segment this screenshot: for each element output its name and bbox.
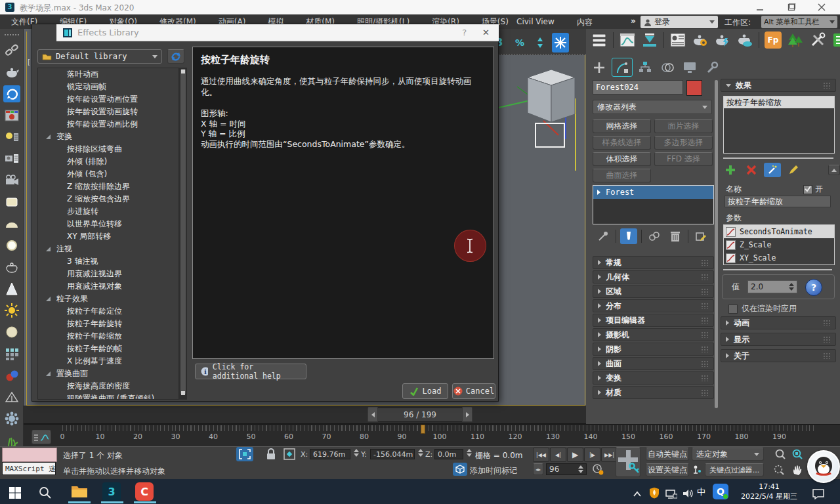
- auto-key-button[interactable]: 自动关键点: [646, 448, 689, 461]
- library-list-item[interactable]: 注视: [38, 243, 178, 255]
- library-list-item[interactable]: 以世界单位转移: [38, 218, 178, 230]
- sub-object-select-button[interactable]: 网格选择: [593, 119, 651, 133]
- list-scrollbar-thumb[interactable]: [180, 69, 186, 394]
- effects-rollout-header[interactable]: 效果: [721, 79, 836, 92]
- library-list-item[interactable]: 外倾 (排除): [38, 156, 178, 168]
- render-cloud-teapot-icon[interactable]: [736, 32, 753, 49]
- group-expand-icon[interactable]: [46, 135, 51, 139]
- library-list-item[interactable]: 用衰减注视边界: [38, 268, 178, 280]
- library-list-item[interactable]: 变换: [38, 131, 178, 143]
- time-slider-track[interactable]: [24, 406, 586, 424]
- key-filters-icon[interactable]: [690, 463, 704, 476]
- start-button[interactable]: [7, 484, 24, 501]
- rollout-header[interactable]: 几何体: [593, 270, 714, 284]
- library-list-item[interactable]: 按年龄设置动画比例: [38, 118, 178, 131]
- sub-object-select-button[interactable]: 体积选择: [593, 152, 651, 166]
- remove-modifier-icon[interactable]: [667, 229, 684, 243]
- params-list[interactable]: SecondsToAnimate Z_Scale XY_Scale: [723, 224, 835, 265]
- selection-filter-dropdown[interactable]: 选定对象: [692, 448, 764, 461]
- sun-light-icon[interactable]: [3, 302, 20, 319]
- refresh-library-button[interactable]: [167, 49, 184, 64]
- taskbar-search-icon[interactable]: [37, 484, 54, 501]
- time-slider-handle[interactable]: 96 / 199: [368, 408, 472, 422]
- sub-object-select-button[interactable]: 曲面选择: [593, 169, 651, 182]
- disc-light-icon[interactable]: [3, 237, 20, 254]
- render-setup-icon[interactable]: [669, 32, 686, 49]
- effects-list-selected-item[interactable]: 按粒子年龄缩放: [724, 96, 834, 108]
- tray-volume-icon[interactable]: [680, 485, 697, 502]
- rollout-header[interactable]: 区域: [593, 285, 714, 298]
- sub-object-select-button[interactable]: 面片选择: [654, 119, 713, 133]
- z-spinner[interactable]: [467, 449, 472, 457]
- delete-effect-button[interactable]: [743, 163, 760, 177]
- list-scrollbar[interactable]: [179, 68, 187, 400]
- tray-chevron-icon[interactable]: [629, 486, 646, 503]
- tab-utilities[interactable]: [702, 58, 722, 76]
- file-explorer-icon[interactable]: [70, 482, 89, 501]
- spinner-snap-icon[interactable]: [532, 34, 549, 51]
- library-list-item[interactable]: 锁定动画帧: [38, 81, 178, 93]
- close-button[interactable]: [818, 3, 826, 11]
- panel-scrollbar[interactable]: [715, 80, 718, 408]
- modifier-stack[interactable]: Forest: [593, 185, 714, 224]
- tray-security-icon[interactable]: [646, 484, 663, 501]
- rollout-header[interactable]: 阴影: [593, 343, 714, 356]
- library-list-item[interactable]: 3 轴注视: [38, 255, 178, 268]
- add-effect-button[interactable]: [722, 163, 739, 177]
- library-dropdown[interactable]: Default library: [37, 49, 162, 64]
- forestpack-icon[interactable]: Fp: [765, 32, 782, 49]
- rollout-header[interactable]: 分布: [593, 299, 714, 312]
- effects-library-list[interactable]: 落叶动画 锁定动画帧 按年龄设置动画位置 按年龄设置动画旋转 按年龄设置动画比例…: [37, 68, 179, 400]
- render-teapot-icon[interactable]: [3, 64, 20, 81]
- rendered-frame-window-icon[interactable]: [3, 107, 20, 124]
- rollout-header[interactable]: 关于: [721, 349, 836, 362]
- effect-on-toggle[interactable]: 开: [803, 184, 823, 195]
- library-list-item[interactable]: 按海拔高度的密度: [38, 380, 178, 392]
- render-lightning-teapot-icon[interactable]: [714, 32, 731, 49]
- previous-frame-button[interactable]: ◀|: [550, 448, 566, 462]
- 3dsmax-taskbar-icon[interactable]: 3: [102, 482, 121, 501]
- maxscript-mini-listener[interactable]: MAXScript 迷: [2, 462, 56, 475]
- material-spheres-icon[interactable]: [3, 367, 20, 384]
- workspace-dropdown[interactable]: Alt 菜单和工具栏: [761, 16, 837, 28]
- render-only-checkbox[interactable]: 仅在渲染时应用: [728, 303, 797, 314]
- param-row[interactable]: Z_Scale: [724, 238, 834, 251]
- library-list-item[interactable]: Z 缩放按排除边界: [38, 180, 178, 193]
- library-list-item[interactable]: 外倾 (包含): [38, 168, 178, 180]
- current-frame-marker[interactable]: [421, 425, 425, 434]
- percent-snap-icon[interactable]: %: [511, 34, 528, 51]
- layers-icon[interactable]: [591, 32, 608, 49]
- show-end-result-button[interactable]: [620, 228, 637, 244]
- tray-network-icon[interactable]: [663, 486, 680, 503]
- effect-wizard-button[interactable]: [764, 163, 781, 177]
- dialog-titlebar[interactable]: Effects Library ? ✕: [56, 24, 499, 41]
- prev-frame-nub[interactable]: [368, 408, 378, 422]
- render-gear-teapot-icon[interactable]: [692, 32, 709, 49]
- add-time-tag[interactable]: 添加时间标记: [470, 465, 517, 476]
- dialog-close-button[interactable]: ✕: [482, 28, 490, 37]
- group-expand-icon[interactable]: [46, 247, 51, 251]
- make-unique-icon[interactable]: [646, 229, 663, 243]
- library-list-item[interactable]: 按粒子年龄缩放: [38, 330, 178, 343]
- library-list-item[interactable]: 按排除区域弯曲: [38, 143, 178, 156]
- rollout-header[interactable]: 材质: [593, 386, 714, 399]
- login-dropdown[interactable]: 登录: [640, 16, 718, 28]
- zoom-extents-icon[interactable]: [790, 448, 805, 461]
- modifier-list-dropdown[interactable]: 修改器列表: [593, 100, 712, 114]
- sphere-light-icon[interactable]: [3, 324, 20, 341]
- frame-indicator[interactable]: 96 / 199: [378, 408, 462, 422]
- tools-icon[interactable]: [809, 32, 826, 49]
- library-list-item[interactable]: 按粒子年龄旋转: [38, 318, 178, 330]
- snap-highlight-icon[interactable]: [552, 33, 569, 52]
- time-config-icon[interactable]: [591, 463, 605, 476]
- rollout-header[interactable]: 常规: [593, 256, 714, 269]
- param-row[interactable]: SecondsToAnimate: [724, 225, 834, 238]
- effects-list[interactable]: 按粒子年龄缩放: [723, 96, 835, 154]
- wire-teapot-icon[interactable]: [3, 259, 20, 276]
- library-list-item[interactable]: X 比例基于速度: [38, 355, 178, 368]
- key-filters-button[interactable]: 关键点过滤器...: [705, 463, 764, 476]
- volume-cone-icon[interactable]: [3, 280, 20, 297]
- sub-object-select-button[interactable]: 样条线选择: [593, 136, 651, 150]
- dome-light-icon[interactable]: [3, 215, 20, 232]
- library-list-item[interactable]: 置换曲面: [38, 368, 178, 380]
